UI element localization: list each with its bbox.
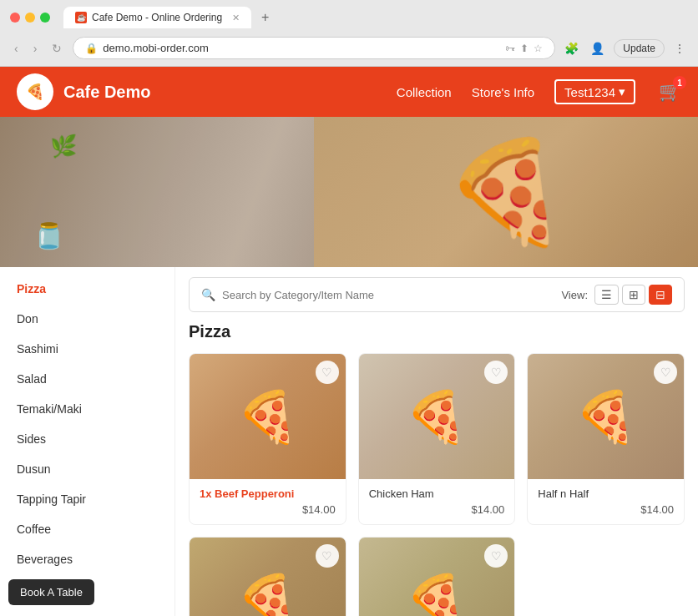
maximize-dot[interactable] xyxy=(40,13,50,23)
tab-favicon: ☕ xyxy=(75,12,87,23)
profile-icon[interactable]: 👤 xyxy=(588,39,607,58)
list-view-button[interactable]: ☰ xyxy=(594,285,619,305)
product-area: 🔍 View: ☰ ⊞ ⊟ Pizza 🍕 ♡ 1x Beef xyxy=(175,267,698,616)
product-card[interactable]: 🍕 ♡ Half n Half $14.00 xyxy=(527,353,685,525)
search-icon: 🔍 xyxy=(201,288,215,301)
product-image-wrap: 🍕 ♡ xyxy=(359,354,515,479)
lock-icon: 🔒 xyxy=(85,43,98,54)
tab-title: Cafe Demo - Online Ordering xyxy=(92,12,222,23)
sidebar-item-temaki[interactable]: Temaki/Maki xyxy=(0,394,174,424)
app-header: 🍕 Cafe Demo Collection Store's Info Test… xyxy=(0,67,698,117)
logo-icon: 🍕 xyxy=(26,83,44,101)
product-name: Half n Half xyxy=(538,487,674,500)
browser-titlebar: ☕ Cafe Demo - Online Ordering ✕ + xyxy=(0,0,698,33)
product-card[interactable]: 🍕 ♡ 1x Beef Pepperoni $14.00 xyxy=(189,353,346,525)
key-icon: 🗝 xyxy=(505,43,515,54)
sidebar: Pizza Don Sashimi Salad Temaki/Maki Side… xyxy=(0,267,175,616)
grid-view-button[interactable]: ⊞ xyxy=(622,285,645,305)
toolbar-icons: 🧩 👤 Update ⋮ xyxy=(562,39,688,58)
product-name: 1x Beef Pepperoni xyxy=(200,487,336,500)
sidebar-item-sourdough[interactable]: Sourdough xyxy=(0,610,174,616)
sidebar-item-beverages[interactable]: Beverages xyxy=(0,544,174,574)
user-menu[interactable]: Test1234 ▾ xyxy=(554,79,635,104)
product-price: $14.00 xyxy=(369,503,505,516)
bookmark-icon: ☆ xyxy=(534,43,543,54)
sidebar-item-tapping[interactable]: Tapping Tapir xyxy=(0,484,174,514)
new-tab-button[interactable]: + xyxy=(261,10,269,25)
chevron-down-icon: ▾ xyxy=(619,84,625,99)
logo-area: 🍕 Cafe Demo xyxy=(17,73,150,110)
sidebar-item-don[interactable]: Don xyxy=(0,304,174,334)
search-row: 🔍 View: ☰ ⊞ ⊟ xyxy=(189,277,685,322)
extensions-icon[interactable]: 🧩 xyxy=(562,39,581,58)
view-label: View: xyxy=(561,289,588,301)
hero-overlay xyxy=(0,117,698,267)
product-image-wrap: 🍕 ♡ xyxy=(190,538,346,616)
update-button[interactable]: Update xyxy=(614,39,665,58)
product-info: Half n Half $14.00 xyxy=(528,479,684,524)
store-info-link[interactable]: Store's Info xyxy=(472,85,534,99)
search-input[interactable] xyxy=(222,289,554,301)
header-nav: Collection Store's Info Test1234 ▾ 🛒 1 xyxy=(397,79,681,104)
sidebar-item-sides[interactable]: Sides xyxy=(0,424,174,454)
address-bar[interactable]: 🔒 demo.mobi-order.com 🗝 ⬆ ☆ xyxy=(73,37,555,59)
product-card[interactable]: 🍕 ♡ xyxy=(189,537,346,616)
forward-button[interactable]: › xyxy=(29,40,42,57)
reload-button[interactable]: ↻ xyxy=(48,40,66,57)
product-image-wrap: 🍕 ♡ xyxy=(190,354,346,479)
cart-button[interactable]: 🛒 1 xyxy=(659,81,681,103)
view-controls: View: ☰ ⊞ ⊟ xyxy=(561,285,672,305)
product-name: Chicken Ham xyxy=(369,487,505,500)
product-info: Chicken Ham $14.00 xyxy=(359,479,515,524)
sidebar-item-salad[interactable]: Salad xyxy=(0,364,174,394)
close-dot[interactable] xyxy=(10,13,20,23)
url-text: demo.mobi-order.com xyxy=(103,42,500,54)
main-content: Pizza Don Sashimi Salad Temaki/Maki Side… xyxy=(0,267,698,616)
search-bar[interactable]: 🔍 View: ☰ ⊞ ⊟ xyxy=(189,277,685,312)
product-image-wrap: 🍕 ♡ xyxy=(359,538,515,616)
wishlist-button[interactable]: ♡ xyxy=(316,361,339,384)
share-icon: ⬆ xyxy=(520,43,529,54)
menu-icon[interactable]: ⋮ xyxy=(671,39,688,58)
hero-banner: 🌿 🫙 🍕 xyxy=(0,117,698,267)
product-card[interactable]: 🍕 ♡ Chicken Ham $14.00 xyxy=(358,353,516,525)
sidebar-item-sashimi[interactable]: Sashimi xyxy=(0,334,174,364)
app-title: Cafe Demo xyxy=(63,83,150,102)
sidebar-item-pizza[interactable]: Pizza xyxy=(0,274,174,304)
book-table-button[interactable]: Book A Table xyxy=(8,579,94,605)
browser-toolbar: ‹ › ↻ 🔒 demo.mobi-order.com 🗝 ⬆ ☆ 🧩 👤 Up… xyxy=(0,33,698,66)
minimize-dot[interactable] xyxy=(25,13,35,23)
user-label: Test1234 xyxy=(564,85,615,99)
product-image-wrap: 🍕 ♡ xyxy=(528,354,684,479)
tab-close-icon[interactable]: ✕ xyxy=(232,13,240,23)
product-card[interactable]: 🍕 ♡ xyxy=(358,537,516,616)
product-grid: 🍕 ♡ 1x Beef Pepperoni $14.00 🍕 ♡ Chicken… xyxy=(189,353,685,616)
category-title: Pizza xyxy=(189,322,685,341)
back-button[interactable]: ‹ xyxy=(10,40,23,57)
window-controls xyxy=(10,13,50,23)
wishlist-button[interactable]: ♡ xyxy=(654,361,677,384)
sidebar-item-coffee[interactable]: Coffee xyxy=(0,514,174,544)
collection-link[interactable]: Collection xyxy=(397,85,452,99)
tile-view-button[interactable]: ⊟ xyxy=(649,285,672,305)
cart-badge: 1 xyxy=(673,76,686,89)
browser-tab[interactable]: ☕ Cafe Demo - Online Ordering ✕ xyxy=(63,7,251,28)
sidebar-item-dusun[interactable]: Dusun xyxy=(0,454,174,484)
product-price: $14.00 xyxy=(538,503,674,516)
logo: 🍕 xyxy=(17,73,53,110)
product-price: $14.00 xyxy=(200,503,336,516)
browser-chrome: ☕ Cafe Demo - Online Ordering ✕ + ‹ › ↻ … xyxy=(0,0,698,67)
wishlist-button[interactable]: ♡ xyxy=(316,544,339,568)
product-info: 1x Beef Pepperoni $14.00 xyxy=(190,479,346,524)
